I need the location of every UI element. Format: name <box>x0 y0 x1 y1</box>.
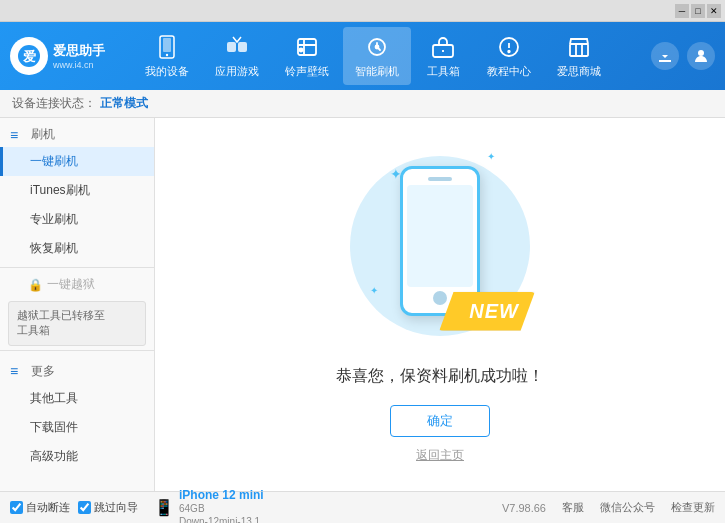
toolbox-icon <box>429 33 457 61</box>
sidebar: ≡ 刷机 一键刷机 iTunes刷机 专业刷机 恢复刷机 🔒 一键越狱 越狱工具… <box>0 118 155 491</box>
minimize-button[interactable]: ─ <box>675 4 689 18</box>
sidebar-item-one-click-flash[interactable]: 一键刷机 <box>0 147 154 176</box>
more-section-label: 更多 <box>31 363 55 380</box>
auto-connect-label: 自动断连 <box>26 500 70 515</box>
phone-home <box>433 291 447 305</box>
device-phone-icon: 📱 <box>154 498 174 517</box>
status-value: 正常模式 <box>100 95 148 112</box>
app-icon <box>223 33 251 61</box>
logo-area: 爱 爱思助手 www.i4.cn <box>10 37 105 75</box>
svg-point-10 <box>376 46 379 49</box>
svg-rect-14 <box>570 44 588 56</box>
sidebar-section-flash-header: ≡ 刷机 <box>0 118 154 147</box>
device-storage: 64GB <box>179 502 264 515</box>
update-link[interactable]: 检查更新 <box>671 500 715 515</box>
close-button[interactable]: ✕ <box>707 4 721 18</box>
nav-items: 我的设备 应用游戏 铃声壁纸 智能刷机 工具箱 <box>105 27 641 85</box>
download-button[interactable] <box>651 42 679 70</box>
sparkle-3: ✦ <box>370 285 378 296</box>
nav-tutorial[interactable]: 教程中心 <box>475 27 543 85</box>
app-name: 爱思助手 <box>53 42 105 60</box>
svg-rect-6 <box>238 42 247 52</box>
phone-screen <box>407 185 473 287</box>
svg-point-15 <box>698 50 704 56</box>
device-name: iPhone 12 mini <box>179 488 264 502</box>
nav-right-buttons <box>651 42 715 70</box>
svg-point-4 <box>166 54 168 56</box>
smart-icon <box>363 33 391 61</box>
logo-text: 爱思助手 www.i4.cn <box>53 42 105 70</box>
device-info: 📱 iPhone 12 mini 64GB Down-12mini-13.1 <box>154 488 264 524</box>
logo-icon: 爱 <box>10 37 48 75</box>
device-version: Down-12mini-13.1 <box>179 515 264 524</box>
nav-label-smart: 智能刷机 <box>355 64 399 79</box>
skip-wizard-label: 跳过向导 <box>94 500 138 515</box>
status-label: 设备连接状态： <box>12 95 96 112</box>
wechat-link[interactable]: 微信公众号 <box>600 500 655 515</box>
sidebar-locked-jailbreak: 🔒 一键越狱 <box>0 272 154 297</box>
bottom-left-group: 自动断连 跳过向导 📱 iPhone 12 mini 64GB Down-12m… <box>10 488 264 524</box>
auto-connect-input[interactable] <box>10 501 23 514</box>
user-button[interactable] <box>687 42 715 70</box>
svg-rect-3 <box>163 38 171 52</box>
nav-my-device[interactable]: 我的设备 <box>133 27 201 85</box>
sparkle-2: ✦ <box>487 151 495 162</box>
sidebar-item-other-tools[interactable]: 其他工具 <box>0 384 154 413</box>
nav-toolbox[interactable]: 工具箱 <box>413 27 473 85</box>
nav-store[interactable]: 爱思商城 <box>545 27 613 85</box>
lock-icon: 🔒 <box>28 278 43 292</box>
nav-app-game[interactable]: 应用游戏 <box>203 27 271 85</box>
sidebar-divider-1 <box>0 267 154 268</box>
success-text: 恭喜您，保资料刷机成功啦！ <box>336 366 544 387</box>
ringtone-icon <box>293 33 321 61</box>
svg-rect-7 <box>298 39 316 55</box>
sidebar-divider-2 <box>0 350 154 351</box>
nav-label-toolbox: 工具箱 <box>427 64 460 79</box>
svg-text:爱: 爱 <box>23 49 36 64</box>
app-url: www.i4.cn <box>53 60 105 70</box>
sidebar-item-advanced[interactable]: 高级功能 <box>0 442 154 471</box>
cancel-link[interactable]: 返回主页 <box>416 447 464 464</box>
bottom-bar: 自动断连 跳过向导 📱 iPhone 12 mini 64GB Down-12m… <box>0 491 725 523</box>
main-area: ≡ 刷机 一键刷机 iTunes刷机 专业刷机 恢复刷机 🔒 一键越狱 越狱工具… <box>0 118 725 491</box>
support-link[interactable]: 客服 <box>562 500 584 515</box>
phone-icon <box>153 33 181 61</box>
nav-smart-flash[interactable]: 智能刷机 <box>343 27 411 85</box>
new-badge: NEW <box>439 292 535 331</box>
window-controls: ─ □ ✕ <box>675 4 721 18</box>
status-bar: 设备连接状态： 正常模式 <box>0 90 725 118</box>
sidebar-item-download-firmware[interactable]: 下载固件 <box>0 413 154 442</box>
skip-wizard-checkbox[interactable]: 跳过向导 <box>78 500 138 515</box>
phone-speaker <box>428 177 452 181</box>
bottom-right-group: V7.98.66 客服 微信公众号 检查更新 <box>502 500 715 515</box>
nav-label-ringtone: 铃声壁纸 <box>285 64 329 79</box>
flash-section-icon: ≡ <box>10 127 26 143</box>
nav-label-tutorial: 教程中心 <box>487 64 531 79</box>
nav-ringtone[interactable]: 铃声壁纸 <box>273 27 341 85</box>
tutorial-icon <box>495 33 523 61</box>
svg-rect-5 <box>227 42 236 52</box>
sidebar-item-pro-flash[interactable]: 专业刷机 <box>0 205 154 234</box>
sidebar-section-more-header: ≡ 更多 <box>0 355 154 384</box>
more-section-icon: ≡ <box>10 363 26 379</box>
store-icon <box>565 33 593 61</box>
nav-label-app: 应用游戏 <box>215 64 259 79</box>
confirm-button[interactable]: 确定 <box>390 405 490 437</box>
nav-label-store: 爱思商城 <box>557 64 601 79</box>
maximize-button[interactable]: □ <box>691 4 705 18</box>
version-label: V7.98.66 <box>502 502 546 514</box>
content-area: ✦ ✦ ✦ NEW 恭喜您，保资料刷机成功啦！ 确定 返回主页 <box>155 118 725 491</box>
header: 爱 爱思助手 www.i4.cn 我的设备 应用游戏 铃声壁纸 <box>0 22 725 90</box>
svg-point-13 <box>508 51 510 53</box>
sidebar-item-itunes-flash[interactable]: iTunes刷机 <box>0 176 154 205</box>
sidebar-item-restore-flash[interactable]: 恢复刷机 <box>0 234 154 263</box>
nav-label-device: 我的设备 <box>145 64 189 79</box>
svg-point-8 <box>300 49 303 52</box>
skip-wizard-input[interactable] <box>78 501 91 514</box>
title-bar: ─ □ ✕ <box>0 0 725 22</box>
sidebar-note: 越狱工具已转移至工具箱 <box>8 301 146 346</box>
bottom-checkboxes: 自动断连 跳过向导 <box>10 500 138 515</box>
auto-connect-checkbox[interactable]: 自动断连 <box>10 500 70 515</box>
flash-section-label: 刷机 <box>31 126 55 143</box>
phone-illustration: ✦ ✦ ✦ NEW <box>330 146 550 346</box>
